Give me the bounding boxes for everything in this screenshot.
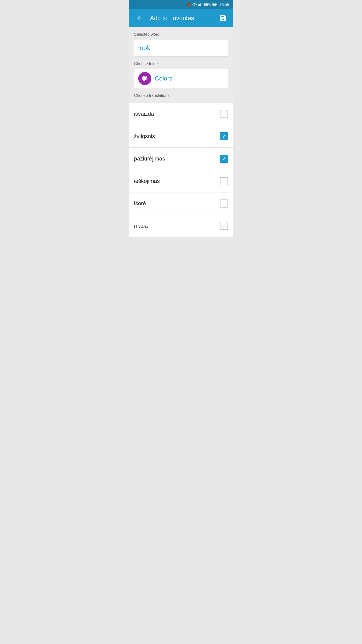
svg-rect-3 [201,3,201,6]
status-bar: 🔇 96% ⚡ 15:05 [129,0,233,9]
translations-list: išvaizdažvilgsnis✓pažiūrėjimas✓ieškojima… [129,103,233,237]
selected-word-label: Selected word [134,32,228,37]
svg-rect-2 [200,3,201,6]
translation-text: išvaizda [134,111,154,117]
choose-translations-label: Choose translations [134,93,228,98]
translation-checkbox[interactable]: ✓ [220,132,228,140]
svg-text:⚡: ⚡ [213,3,215,6]
page-title: Add to Favorites [150,15,213,22]
save-icon [219,14,227,22]
battery-percent: 96% [204,3,211,7]
translation-item[interactable]: pažiūrėjimas✓ [129,148,233,170]
translation-checkbox[interactable]: ✓ [220,155,228,163]
mute-icon: 🔇 [187,3,191,7]
folder-name: Colors [155,75,172,82]
translation-text: žvilgsnis [134,133,155,140]
back-button[interactable] [134,13,145,24]
translation-item[interactable]: mada [129,215,233,237]
translation-text: ieškojimas [134,178,160,184]
svg-rect-7 [216,4,217,5]
wifi-icon [192,3,197,7]
status-time: 15:05 [219,3,229,7]
app-bar: Add to Favorites [129,9,233,27]
svg-rect-0 [198,5,199,6]
status-icons: 🔇 96% ⚡ 15:05 [187,3,229,7]
translation-checkbox[interactable] [220,177,228,185]
svg-rect-1 [199,4,200,6]
translation-checkbox[interactable] [220,110,228,118]
form-section: Selected word look Choose folder Colors … [129,27,233,103]
battery-icon: ⚡ [212,3,217,7]
folder-icon-circle [138,72,151,85]
save-button[interactable] [218,13,228,23]
translation-checkbox[interactable] [220,222,228,230]
choose-folder-label: Choose folder [134,62,228,66]
checkmark-icon: ✓ [222,134,226,139]
checkmark-icon: ✓ [222,156,226,161]
signal-icon [198,3,202,7]
translation-text: išorė [134,200,146,207]
translation-item[interactable]: žvilgsnis✓ [129,125,233,148]
palette-icon [141,75,148,82]
translation-checkbox[interactable] [220,199,228,208]
translation-text: pažiūrėjimas [134,155,165,162]
svg-rect-4 [202,3,202,6]
translation-item[interactable]: ieškojimas [129,170,233,192]
translation-item[interactable]: išvaizda [129,103,233,125]
selected-word-input[interactable]: look [134,39,228,57]
folder-selector[interactable]: Colors [134,69,228,88]
translation-item[interactable]: išorė [129,192,233,215]
selected-word-value: look [138,44,150,52]
translation-text: mada [134,223,148,229]
